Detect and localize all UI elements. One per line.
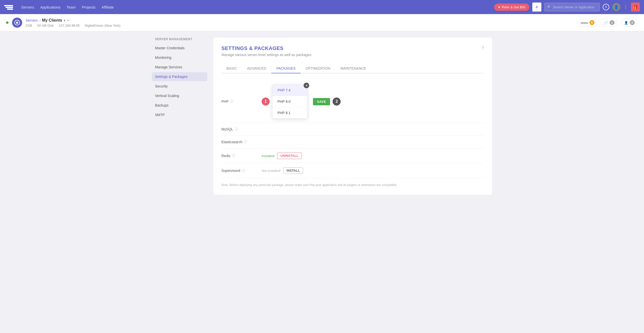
breadcrumb-arrow: › [39,18,41,22]
svg-rect-0 [4,5,13,6]
package-row-redis: Redis ⓘ Installed! UNINSTALL [221,149,484,163]
server-info-left: Servers › My Clients ▾ ✏ 2GB 50 GB Disk … [6,18,120,28]
tab-basic[interactable]: BASIC [221,64,242,73]
main-layout: Server Management Master Credentials Mon… [146,31,498,201]
notification-badge[interactable]: 0 [603,4,609,10]
avatar[interactable]: 👤 [612,3,620,11]
page-subtitle: Manage various server-level settings as … [221,53,484,57]
sidebar-item-vertical-scaling[interactable]: Vertical Scaling [152,91,207,100]
user-icon: 👤 [624,21,628,25]
supervisord-status: Not Installed! [262,169,281,173]
php-option-8-0[interactable]: PHP 8.0 [272,96,307,107]
server-details: Servers › My Clients ▾ ✏ 2GB 50 GB Disk … [26,18,120,27]
www-badge[interactable]: www 5 [578,19,598,26]
sidebar-item-monitoring[interactable]: Monitoring [152,53,207,62]
php-control: 1 ✕ PHP 7.4 PHP 8.0 PHP 8.1 SAVE 2 [262,84,484,119]
server-bar: Servers › My Clients ▾ ✏ 2GB 50 GB Disk … [0,14,644,31]
mysql-label: MySQL ⓘ [221,127,262,131]
help-icon[interactable]: ? [481,45,484,51]
php-info-icon[interactable]: ⓘ [230,99,233,104]
package-row-supervisord: Supervisord ⓘ Not Installed! INSTALL [221,163,484,178]
sidebar-section-title: Server Management [152,37,207,41]
status-indicator [6,21,9,24]
refer-label: Refer & Get $50 [502,5,525,9]
server-badges: www 5 📄 1 👤 2 [578,19,638,26]
www-label: www [581,21,588,25]
supervisord-install-button[interactable]: INSTALL [283,167,303,174]
php-option-8-1[interactable]: PHP 8.1 [272,107,307,118]
gift-button[interactable]: 🎁 [631,3,640,12]
elasticsearch-label: Elasticsearch ⓘ [221,140,262,144]
nav-servers[interactable]: Servers [21,5,34,9]
nav-affiliate[interactable]: Affiliate [101,5,114,9]
server-ip: 137.184.98.65 [59,24,80,27]
page-title: SETTINGS & PACKAGES [221,45,484,51]
chevron-down-icon[interactable]: ▾ [64,18,65,22]
sidebar-item-manage-services[interactable]: Manage Services [152,63,207,72]
sidebar: Server Management Master Credentials Mon… [152,37,207,195]
mysql-info-icon[interactable]: ⓘ [235,127,238,131]
more-options-icon[interactable]: ⋮ [623,4,628,10]
edit-icon[interactable]: ✏ [67,18,70,22]
supervisord-control: Not Installed! INSTALL [262,167,484,174]
save-button[interactable]: SAVE [313,98,330,105]
refer-button[interactable]: ♥ Refer & Get $50 [494,4,529,11]
nav-projects[interactable]: Projects [82,5,95,9]
tabs-bar: BASIC ADVANCED PACKAGES OPTIMIZATION MAI… [221,64,484,73]
package-row-mysql: MySQL ⓘ [221,123,484,136]
php-dropdown-trigger: 1 ✕ PHP 7.4 PHP 8.0 PHP 8.1 SAVE 2 [262,84,341,119]
package-row-elasticsearch: Elasticsearch ⓘ [221,136,484,149]
redis-control: Installed! UNINSTALL [262,153,484,159]
file-count: 1 [610,20,615,25]
tab-optimization[interactable]: OPTIMIZATION [301,64,336,73]
content-panel: SETTINGS & PACKAGES Manage various serve… [213,37,492,195]
servers-link[interactable]: Servers [26,18,38,22]
supervisord-info-icon[interactable]: ⓘ [242,168,245,173]
user-count: 2 [630,20,635,25]
compatibility-note: Note: Before deploying any particular pa… [221,183,484,187]
redis-status: Installed! [262,154,275,158]
step-1-badge: 1 [262,98,270,106]
heart-icon: ♥ [498,5,500,9]
sidebar-item-settings-packages[interactable]: Settings & Packages [152,72,207,81]
nav-right: ♥ Refer & Get $50 + 🔍 0 👤 ⋮ 🎁 [494,3,640,12]
top-navigation: Servers Applications Team Projects Affil… [0,0,644,14]
svg-rect-2 [7,9,13,10]
logo[interactable] [4,4,13,11]
step-2-badge: 2 [333,98,341,106]
search-box: 🔍 [544,3,600,11]
add-button[interactable]: + [532,3,541,12]
server-meta: 2GB 50 GB Disk 137.184.98.65 DigitalOcea… [26,24,120,27]
server-disk: 50 GB Disk [37,24,54,27]
redis-uninstall-button[interactable]: UNINSTALL [277,153,302,159]
user-badge[interactable]: 👤 2 [621,19,638,26]
tab-packages[interactable]: PACKAGES [271,64,301,73]
svg-rect-1 [6,7,13,8]
dropdown-close-button[interactable]: ✕ [304,83,309,88]
sidebar-item-security[interactable]: Security [152,82,207,91]
package-row-php: PHP ⓘ 1 ✕ PHP 7.4 PHP 8.0 PHP 8.1 SAVE 2 [221,80,484,123]
php-label: PHP ⓘ [221,99,262,104]
php-option-7-4[interactable]: PHP 7.4 [272,85,307,96]
file-badge[interactable]: 📄 1 [601,19,618,26]
redis-info-icon[interactable]: ⓘ [232,154,235,158]
sidebar-item-backups[interactable]: Backups [152,101,207,110]
redis-label: Redis ⓘ [221,154,262,158]
nav-links: Servers Applications Team Projects Affil… [21,5,488,9]
sidebar-item-smtp[interactable]: SMTP [152,110,207,119]
tab-advanced[interactable]: ADVANCED [242,64,271,73]
tab-maintenance[interactable]: MAINTENANCE [335,64,371,73]
elasticsearch-info-icon[interactable]: ⓘ [244,140,247,144]
server-name: My Clients [42,18,62,23]
breadcrumb: Servers › My Clients ▾ ✏ [26,18,120,23]
nav-applications[interactable]: Applications [40,5,61,9]
search-icon: 🔍 [547,5,551,9]
search-input[interactable] [553,5,596,9]
server-provider: DigitalOcean (New York) [85,24,120,27]
www-count: 5 [589,20,594,25]
nav-team[interactable]: Team [67,5,76,9]
server-ram: 2GB [26,24,32,27]
server-avatar [12,18,22,28]
sidebar-item-master-credentials[interactable]: Master Credentials [152,43,207,53]
file-icon: 📄 [604,21,608,25]
